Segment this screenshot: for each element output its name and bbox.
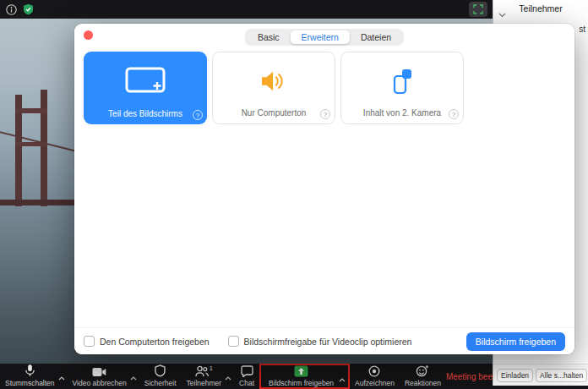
bridge-tower-leg (41, 90, 47, 206)
tab-erweitern[interactable]: Erweitern (291, 30, 350, 44)
chevron-up-icon[interactable] (58, 369, 65, 384)
close-window-button[interactable] (84, 30, 93, 40)
chevron-up-icon[interactable] (130, 369, 137, 384)
zoom-meeting-window: Stummschalten Video abbrechen Sicherhe (0, 0, 588, 389)
share-option-second-camera[interactable]: Inhalt von 2. Kamera ? (340, 52, 464, 124)
help-badge-icon[interactable]: ? (193, 110, 203, 120)
chevron-up-icon[interactable] (339, 370, 346, 386)
share-screen-label: Bildschirm freigeben (269, 379, 334, 387)
reactions-icon (416, 364, 429, 377)
checkbox-label: Den Computerton freigeben (100, 337, 210, 347)
participants-panel-header: Teilnehmer (493, 0, 588, 17)
participants-panel-footer: Einladen Alle s...halten Aud (493, 364, 588, 386)
help-badge-icon[interactable]: ? (320, 109, 330, 119)
record-icon (368, 364, 380, 377)
security-shield-icon (155, 364, 166, 377)
speaker-icon (259, 69, 288, 93)
stop-video-button[interactable]: Video abbrechen (68, 364, 139, 389)
participants-count-badge: 1 (210, 364, 213, 372)
share-option-label: Nur Computerton (213, 108, 335, 118)
share-screen-confirm-button[interactable]: Bildschirm freigeben (466, 332, 565, 351)
fullscreen-icon (473, 4, 483, 14)
meeting-toolbar-inner: Stummschalten Video abbrechen Sicherhe (0, 364, 493, 389)
reactions-button[interactable]: Reaktionen (400, 364, 446, 389)
chat-label: Chat (239, 379, 254, 387)
share-option-label: Teil des Bildschirms (84, 109, 207, 118)
share-option-computer-audio[interactable]: Nur Computerton ? (212, 52, 335, 124)
share-dialog-tabs: Basic Erweitern Dateien (245, 29, 404, 46)
fullscreen-button[interactable] (469, 2, 487, 17)
participant-name-partial: st (579, 25, 585, 34)
bridge-crossbeam (15, 142, 47, 146)
screen-portion-icon (125, 67, 166, 96)
chat-icon (241, 364, 253, 377)
record-button[interactable]: Aufzeichnen (350, 364, 400, 389)
second-camera-icon (388, 67, 416, 96)
microphone-icon (24, 364, 35, 377)
checkbox-icon[interactable] (84, 336, 95, 347)
tab-basic[interactable]: Basic (247, 30, 291, 44)
mute-all-button[interactable]: Alle s...halten (536, 369, 587, 382)
share-dialog-footer: Den Computerton freigeben Bildschirmfrei… (74, 327, 574, 354)
help-badge-icon[interactable]: ? (449, 109, 459, 119)
meeting-info-icon[interactable] (6, 4, 17, 15)
share-option-portion-of-screen[interactable]: Teil des Bildschirms ? (84, 52, 207, 124)
checkbox-optimize-videoclip[interactable]: Bildschirmfreigabe für Videoclip optimie… (228, 336, 412, 347)
participants-label: Teilnehmer (187, 379, 222, 387)
share-screen-icon (294, 365, 308, 377)
chat-button[interactable]: Chat (234, 364, 259, 389)
tab-dateien[interactable]: Dateien (350, 30, 402, 44)
share-screen-button[interactable]: Bildschirm freigeben (259, 364, 350, 389)
participants-panel-title: Teilnehmer (493, 3, 588, 14)
participants-icon: 1 (195, 364, 213, 377)
meeting-topbar (0, 0, 493, 19)
checkbox-label: Bildschirmfreigabe für Videoclip optimie… (244, 337, 412, 347)
bridge-deck (0, 200, 74, 205)
checkbox-share-computer-sound[interactable]: Den Computerton freigeben (84, 336, 210, 347)
security-button[interactable]: Sicherheit (139, 364, 182, 389)
encryption-shield-icon[interactable] (23, 3, 34, 15)
mute-button[interactable]: Stummschalten (0, 364, 68, 389)
share-option-label: Inhalt von 2. Kamera (341, 108, 463, 118)
participants-button[interactable]: 1 Teilnehmer (182, 364, 235, 389)
video-camera-icon (92, 364, 106, 377)
share-screen-dialog: Basic Erweitern Dateien Teil des Bildsch… (74, 24, 574, 354)
share-options: Teil des Bildschirms ? Nur Computerton ?… (84, 52, 464, 124)
invite-button[interactable]: Einladen (497, 369, 533, 382)
security-label: Sicherheit (144, 379, 177, 387)
reactions-label: Reaktionen (405, 379, 441, 387)
chevron-up-icon[interactable] (225, 369, 231, 384)
bridge-crossbeam (15, 108, 47, 113)
mute-label: Stummschalten (5, 379, 55, 387)
checkbox-icon[interactable] (228, 336, 239, 347)
stop-video-label: Video abbrechen (73, 379, 127, 387)
record-label: Aufzeichnen (355, 379, 395, 387)
